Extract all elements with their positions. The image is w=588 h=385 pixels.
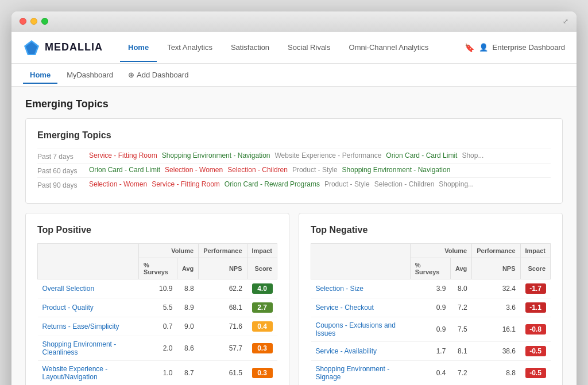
chip-orion-card-limit-60[interactable]: Orion Card - Card Limit xyxy=(89,166,160,174)
pos-col-volume-group: Volume xyxy=(139,244,199,258)
top-positive-card: Top Positive Volume Performance Impact xyxy=(25,213,289,385)
neg-row-avg: 7.2 xyxy=(450,298,471,317)
topics-chips-7days: Service - Fitting Room Shopping Environm… xyxy=(89,151,551,160)
nav-home[interactable]: Home xyxy=(120,33,157,62)
pos-row-nps: 71.6 xyxy=(199,317,247,336)
pos-col-nps: NPS xyxy=(199,258,247,279)
neg-row-volume: 0.9 xyxy=(410,298,450,317)
enterprise-dashboard-link[interactable]: Enterprise Dashboard xyxy=(493,43,565,52)
logo-text: MEDALLIA xyxy=(45,41,103,53)
pos-row-label[interactable]: Returns - Ease/Simplicity xyxy=(38,317,139,336)
neg-row-label[interactable]: Coupons - Exclusions and Issues xyxy=(311,317,411,342)
neg-col-score: Score xyxy=(520,258,550,279)
pos-row-nps: 68.1 xyxy=(199,298,247,317)
pos-row-volume: 2.0 xyxy=(139,336,177,361)
chip-shopping-env-nav-60[interactable]: Shopping Environment - Navigation xyxy=(342,166,451,174)
pos-row-avg: 8.6 xyxy=(177,336,198,361)
nav-satisfaction[interactable]: Satisfaction xyxy=(223,33,277,62)
neg-row-label[interactable]: Selection - Size xyxy=(311,279,411,298)
pos-row-score: 0.3 xyxy=(247,361,277,386)
nav-right: 🔖 👤 Enterprise Dashboard xyxy=(465,43,565,52)
pos-row-label[interactable]: Overall Selection xyxy=(38,279,139,298)
nav-links: Home Text Analytics Satisfaction Social … xyxy=(120,33,465,62)
topics-chips-60days: Orion Card - Card Limit Selection - Wome… xyxy=(89,166,551,174)
pos-row-nps: 57.7 xyxy=(199,336,247,361)
chip-orion-card-limit-7[interactable]: Orion Card - Card Limit xyxy=(386,151,457,160)
topics-label-90days: Past 90 days xyxy=(37,180,89,189)
pos-row-nps: 62.2 xyxy=(199,279,247,298)
close-button[interactable] xyxy=(20,18,26,25)
neg-row-label[interactable]: Service - Checkout xyxy=(311,298,411,317)
top-positive-title: Top Positive xyxy=(37,225,277,235)
table-row: Service - Checkout 0.9 7.2 3.6 -1.1 xyxy=(311,298,551,317)
pos-row-volume: 10.9 xyxy=(139,279,177,298)
table-row: Shopping Environment - Cleanliness 2.0 8… xyxy=(38,336,277,361)
pos-row-nps: 61.5 xyxy=(199,361,247,386)
neg-col-volume-group: Volume xyxy=(410,244,472,258)
nav-social-rivals[interactable]: Social Rivals xyxy=(280,33,338,62)
logo[interactable]: MEDALLIA xyxy=(23,39,103,56)
neg-col-nps: NPS xyxy=(472,258,520,279)
top-positive-table: Volume Performance Impact % Surveys Avg … xyxy=(37,243,277,385)
chip-selection-children-60[interactable]: Selection - Children xyxy=(227,166,288,174)
neg-col-perf-group: Performance xyxy=(472,244,520,258)
chip-product-style-60[interactable]: Product - Style xyxy=(292,166,338,174)
titlebar: ⤢ xyxy=(11,11,577,32)
table-row: Product - Quality 5.5 8.9 68.1 2.7 xyxy=(38,298,277,317)
chip-selection-women-90[interactable]: Selection - Women xyxy=(89,180,147,188)
chip-shopping-env-nav-7[interactable]: Shopping Environment - Navigation xyxy=(162,151,270,160)
subnav: Home MyDashboard ⊕ Add Dashboard xyxy=(11,64,577,87)
chip-service-fitting-room-90[interactable]: Service - Fitting Room xyxy=(152,180,220,188)
subnav-mydashboard[interactable]: MyDashboard xyxy=(60,66,120,84)
pos-row-label[interactable]: Product - Quality xyxy=(38,298,139,317)
pos-col-perf-group: Performance xyxy=(199,244,247,258)
neg-row-volume: 3.9 xyxy=(410,279,450,298)
chip-website-exp-perf[interactable]: Website Experience - Performance xyxy=(274,151,381,160)
nav-omni-channel[interactable]: Omni-Channel Analytics xyxy=(341,33,437,62)
pos-col-pct-surveys: % Surveys xyxy=(139,258,177,279)
neg-row-score: -1.7 xyxy=(520,279,550,298)
chip-orion-card-reward[interactable]: Orion Card - Reward Programs xyxy=(225,180,320,188)
pos-row-label[interactable]: Shopping Environment - Cleanliness xyxy=(38,336,139,361)
neg-row-avg: 8.0 xyxy=(450,279,471,298)
pos-row-label[interactable]: Website Experience - Layout/Navigation xyxy=(38,361,139,386)
pos-col-avg: Avg xyxy=(177,258,198,279)
pos-row-volume: 5.5 xyxy=(139,298,177,317)
pos-col-score: Score xyxy=(247,258,277,279)
pos-row-avg: 9.0 xyxy=(177,317,198,336)
pos-row-avg: 8.9 xyxy=(177,298,198,317)
top-negative-title: Top Negative xyxy=(311,225,551,235)
neg-row-label[interactable]: Service - Availability xyxy=(311,342,411,361)
topics-label-60days: Past 60 days xyxy=(37,166,89,175)
chip-more-90[interactable]: Shopping... xyxy=(439,180,474,188)
chip-service-fitting-room[interactable]: Service - Fitting Room xyxy=(89,151,157,160)
neg-row-nps: 3.6 xyxy=(472,298,520,317)
neg-col-name xyxy=(311,244,411,279)
nav-text-analytics[interactable]: Text Analytics xyxy=(159,33,220,62)
neg-row-label[interactable]: Shopping Environment - Signage xyxy=(311,361,411,386)
neg-row-nps: 16.1 xyxy=(472,317,520,342)
pos-col-impact-group: Impact xyxy=(247,244,277,258)
table-row: Website Experience - Layout/Navigation 1… xyxy=(38,361,277,386)
neg-row-nps: 8.8 xyxy=(472,361,520,386)
topics-label-7days: Past 7 days xyxy=(37,151,89,161)
expand-icon: ⤢ xyxy=(563,17,568,25)
neg-row-score: -1.1 xyxy=(520,298,550,317)
minimize-button[interactable] xyxy=(30,18,37,25)
table-row: Coupons - Exclusions and Issues 0.9 7.5 … xyxy=(311,317,551,342)
chip-selection-children-90[interactable]: Selection - Children xyxy=(374,180,435,188)
chip-selection-women-60[interactable]: Selection - Women xyxy=(165,166,223,174)
topics-chips-90days: Selection - Women Service - Fitting Room… xyxy=(89,180,551,188)
neg-row-score: -0.5 xyxy=(520,361,550,386)
app-window: ⤢ MEDALLIA Home Text Analytics Satisfact… xyxy=(11,11,577,385)
user-icon: 👤 xyxy=(479,43,488,52)
add-dashboard-button[interactable]: ⊕ Add Dashboard xyxy=(122,66,194,84)
table-row: Returns - Ease/Simplicity 0.7 9.0 71.6 0… xyxy=(38,317,277,336)
neg-row-avg: 8.1 xyxy=(450,342,471,361)
subnav-home[interactable]: Home xyxy=(23,66,57,84)
maximize-button[interactable] xyxy=(41,18,48,25)
topics-row-7days: Past 7 days Service - Fitting Room Shopp… xyxy=(37,149,551,163)
chip-product-style-90[interactable]: Product - Style xyxy=(324,180,370,188)
chip-more-7[interactable]: Shop... xyxy=(462,151,483,160)
neg-row-avg: 7.2 xyxy=(450,361,471,386)
